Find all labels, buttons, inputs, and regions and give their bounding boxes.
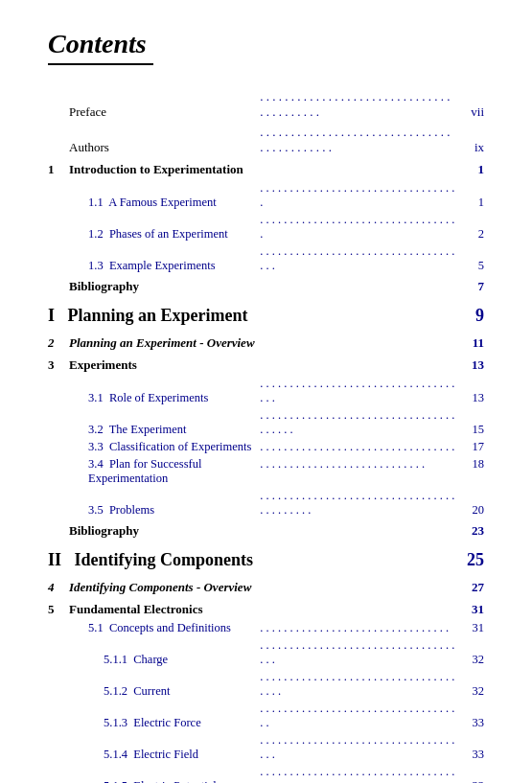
section-1-1: 1.1 A Famous Experiment . . . . . . . . …	[48, 179, 484, 211]
subsection-5-1-3: 5.1.3 Electric Force . . . . . . . . . .…	[48, 700, 484, 731]
chapter-4: 4 Identifying Components - Overview 27	[48, 575, 484, 597]
authors-label: Authors	[69, 122, 260, 157]
subsection-5-1-2: 5.1.2 Current . . . . . . . . . . . . . …	[48, 668, 484, 700]
chapter-1: 1 Introduction to Experimentation 1	[48, 156, 484, 179]
section-3-4: 3.4 Plan for Successful Experimentation …	[48, 455, 484, 487]
section-3-3: 3.3 Classification of Experiments . . . …	[48, 438, 484, 455]
part-II-page: 25	[451, 548, 484, 571]
bibliography-2: Bibliography 23	[48, 518, 484, 541]
section-1-1-page: 1	[455, 179, 484, 211]
page-title: Contents	[48, 29, 484, 59]
bibliography-1: Bibliography 7	[48, 274, 484, 296]
toc-table: Preface . . . . . . . . . . . . . . . . …	[48, 86, 484, 783]
part-I: I Planning an Experiment 9	[48, 296, 484, 331]
section-1-2-page: 2	[455, 211, 484, 242]
section-3-1: 3.1 Role of Experiments . . . . . . . . …	[48, 375, 484, 406]
subsection-5-1-4: 5.1.4 Electric Field . . . . . . . . . .…	[48, 731, 484, 763]
part-I-label: I Planning an Experiment	[48, 304, 466, 327]
preface-page: vii	[455, 86, 484, 122]
chapter-2: 2 Planning an Experiment - Overview 11	[48, 331, 484, 353]
part-I-page: 9	[466, 304, 484, 327]
part-II: II Identifying Components 25	[48, 541, 484, 575]
authors-page: ix	[455, 122, 484, 157]
subsection-5-1-5: 5.1.5 Electric Potential . . . . . . . .…	[48, 763, 484, 783]
frontmatter-preface: Preface . . . . . . . . . . . . . . . . …	[48, 86, 484, 122]
chapter-1-label: Introduction to Experimentation	[69, 156, 260, 179]
section-3-5: 3.5 Problems . . . . . . . . . . . . . .…	[48, 487, 484, 518]
section-1-3: 1.3 Example Experiments . . . . . . . . …	[48, 242, 484, 274]
section-3-2: 3.2 The Experiment . . . . . . . . . . .…	[48, 406, 484, 438]
frontmatter-authors: Authors . . . . . . . . . . . . . . . . …	[48, 122, 484, 157]
chapter-3: 3 Experiments 13	[48, 353, 484, 375]
chapter-1-page: 1	[455, 156, 484, 179]
chapter-5: 5 Fundamental Electronics 31	[48, 597, 484, 619]
chapter-1-num: 1	[48, 156, 69, 179]
subsection-5-1-1: 5.1.1 Charge . . . . . . . . . . . . . .…	[48, 636, 484, 668]
part-II-label: II Identifying Components	[48, 548, 451, 571]
section-1-2: 1.2 Phases of an Experiment . . . . . . …	[48, 211, 484, 242]
title-rule	[48, 63, 153, 65]
section-1-3-page: 5	[455, 242, 484, 274]
section-5-1: 5.1 Concepts and Definitions . . . . . .…	[48, 619, 484, 636]
preface-label: Preface	[69, 86, 260, 122]
